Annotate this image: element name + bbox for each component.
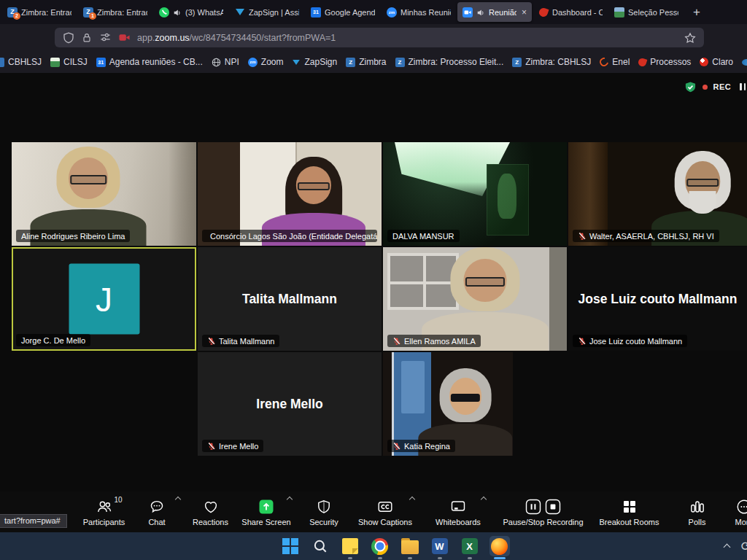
chat-button[interactable]: Chat xyxy=(131,491,183,532)
url-text[interactable]: app.zoom.us/wc/84754734450/start?fromPWA… xyxy=(137,33,336,43)
tray-show-hidden-icons-chevron[interactable] xyxy=(723,544,730,551)
file-explorer-icon xyxy=(401,540,419,554)
bookmark-star-icon[interactable] xyxy=(684,32,696,44)
bookmark-npi[interactable]: NPI xyxy=(212,57,239,67)
tab-close-icon[interactable]: × xyxy=(520,7,527,18)
tab-title: Seleção Pessoa xyxy=(628,8,678,17)
show-captions-button[interactable]: Show Captions xyxy=(353,491,417,532)
bookmark-cbhlsj[interactable]: CBHLSJ xyxy=(0,57,42,67)
participant-tile-ellen[interactable]: Ellen Ramos AMILA xyxy=(383,247,567,351)
share-screen-icon xyxy=(258,499,274,515)
taskbar-file-explorer[interactable] xyxy=(400,536,420,556)
zapsign-icon xyxy=(235,7,245,18)
pause-stop-recording-button[interactable]: Pause/Stop Recording xyxy=(499,491,587,532)
participant-tile-dalva[interactable]: DALVA MANSUR xyxy=(383,142,567,246)
participant-tile-walter[interactable]: Walter, ASAERLA, CBHLSJ, RH VI xyxy=(568,142,747,246)
tab-audio-icon[interactable] xyxy=(173,8,182,17)
bookmark-agenda-reunioes[interactable]: 31Agenda reuniões - CB... xyxy=(96,57,203,67)
participant-tile-talita[interactable]: Talita Mallmann Talita Mallmann xyxy=(198,247,382,351)
taskbar-chrome[interactable] xyxy=(370,536,390,556)
tab-google-agenda[interactable]: 31 Google Agend xyxy=(306,2,380,22)
permissions-icon[interactable] xyxy=(99,31,112,44)
zimbra-icon: Z xyxy=(512,58,522,67)
tab-selecao-pessoal[interactable]: Seleção Pessoa xyxy=(609,2,684,22)
mic-muted-icon xyxy=(578,337,587,346)
share-options-chevron[interactable] xyxy=(287,497,293,502)
mic-muted-icon xyxy=(207,337,216,346)
whiteboards-button[interactable]: Whiteboards xyxy=(417,491,499,532)
taskbar-sticky-notes[interactable] xyxy=(340,536,360,556)
bookmark-favicon xyxy=(50,58,60,67)
breakout-rooms-button[interactable]: Breakout Rooms xyxy=(587,491,671,532)
tracking-shield-icon[interactable] xyxy=(63,32,74,44)
bookmark-claro[interactable]: Claro xyxy=(700,57,733,67)
more-button[interactable]: More xyxy=(723,491,747,532)
participants-button[interactable]: 10 Participants xyxy=(77,491,131,532)
participant-tile-jose-luiz[interactable]: Jose Luiz couto Mallmann Jose Luiz couto… xyxy=(568,247,747,351)
participant-name-tag: Aline Rodrigues Ribeiro Lima xyxy=(16,230,130,242)
tab-dashboard[interactable]: Dashboard - C xyxy=(533,2,608,22)
new-tab-button[interactable]: + xyxy=(687,3,706,22)
captions-options-chevron[interactable] xyxy=(409,497,415,502)
participant-tile-consorcio[interactable]: Consórcio Lagos São João (Entidade Deleg… xyxy=(198,142,382,246)
camera-in-use-icon[interactable] xyxy=(118,32,131,43)
taskbar-word[interactable]: W xyxy=(430,536,450,556)
bookmark-processos[interactable]: Processos xyxy=(638,57,691,67)
tab-zimbra-2[interactable]: Z1 Zimbra: Entrad xyxy=(78,2,152,22)
participant-name-tag: Talita Mallmann xyxy=(202,335,279,347)
system-tray: ⟳ xyxy=(724,532,747,560)
bookmark-zimbra-processo[interactable]: ZZimbra: Processo Eleit... xyxy=(395,57,504,67)
mic-muted-icon xyxy=(578,232,587,241)
tab-reuniao-active[interactable]: Reunião × xyxy=(457,2,532,22)
polls-button[interactable]: Polls xyxy=(671,491,723,532)
tab-whatsapp[interactable]: (3) WhatsA xyxy=(154,2,228,22)
bookmark-cilsj[interactable]: CILSJ xyxy=(50,57,88,67)
firefox-icon xyxy=(491,538,508,555)
pause-recording-icon[interactable] xyxy=(525,499,541,515)
tab-minhas-reunioes[interactable]: zm Minhas Reuniõ xyxy=(382,2,456,22)
chat-options-chevron[interactable] xyxy=(175,497,181,502)
taskbar-excel[interactable]: X xyxy=(460,536,480,556)
recording-pause-button[interactable] xyxy=(740,83,747,90)
share-screen-button[interactable]: Share Screen xyxy=(238,491,295,532)
stop-recording-icon[interactable] xyxy=(545,499,561,515)
enel-icon xyxy=(598,56,611,69)
bookmarks-bar: CBHLSJ CILSJ 31Agenda reuniões - CB... N… xyxy=(0,51,747,73)
taskbar-search-button[interactable] xyxy=(310,536,330,556)
rec-dot xyxy=(703,85,708,90)
taskbar-firefox-active[interactable] xyxy=(489,536,510,556)
zimbra-icon: Z xyxy=(395,58,405,67)
sync-status-icon[interactable]: ⟳ xyxy=(741,540,747,553)
tab-badge: 1 xyxy=(89,12,96,20)
reactions-button[interactable]: Reactions xyxy=(183,491,238,532)
participant-name-tag: Jose Luiz couto Mallmann xyxy=(573,335,687,347)
participant-name-tag: Irene Mello xyxy=(202,440,263,452)
participant-tile-katia[interactable]: Katia Regina xyxy=(383,352,513,456)
calendar-icon: 31 xyxy=(96,58,106,67)
participant-tile-aline[interactable]: Aline Rodrigues Ribeiro Lima xyxy=(12,142,196,246)
bookmark-zimbra[interactable]: ZZimbra xyxy=(346,57,386,67)
whiteboards-options-chevron[interactable] xyxy=(481,497,487,502)
bookmark-zoom[interactable]: zmZoom xyxy=(248,57,284,67)
bookmark-zimbra-cbhlsj[interactable]: ZZimbra: CBHLSJ xyxy=(512,57,591,67)
security-button[interactable]: Security xyxy=(295,491,353,532)
image-thumbnail-icon xyxy=(614,7,624,18)
bookmark-prolagos[interactable]: Prolagos xyxy=(742,57,747,67)
bookmark-favicon xyxy=(0,58,4,67)
lock-icon[interactable] xyxy=(81,32,93,44)
participant-tile-irene[interactable]: Irene Mello Irene Mello xyxy=(198,352,382,456)
claro-icon xyxy=(700,58,708,66)
recording-indicator: REC xyxy=(684,80,747,93)
tab-title: (3) WhatsA xyxy=(185,8,223,17)
mic-muted-icon xyxy=(207,442,216,451)
start-button[interactable] xyxy=(280,536,301,556)
bookmark-enel[interactable]: Enel xyxy=(600,57,630,67)
bookmark-zapsign[interactable]: ZapSign xyxy=(292,57,337,67)
url-bar[interactable]: app.zoom.us/wc/84754734450/start?fromPWA… xyxy=(55,28,704,47)
meeting-secure-shield-icon[interactable] xyxy=(684,81,697,93)
tab-zapsign[interactable]: ZapSign | Assin xyxy=(230,2,304,22)
tab-zimbra-1[interactable]: Z2 Zimbra: Entrad xyxy=(2,2,77,22)
participant-tile-jorge-active-speaker[interactable]: J Jorge C. De Mello xyxy=(12,247,196,351)
zoom-toolbar: 10 Participants Chat Reactions xyxy=(0,491,747,532)
tab-audio-icon[interactable] xyxy=(476,8,485,17)
